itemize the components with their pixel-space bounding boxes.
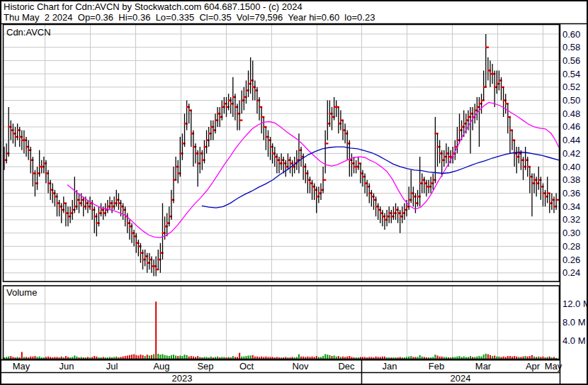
volume-bar bbox=[237, 357, 238, 359]
volume-bar bbox=[410, 356, 412, 359]
volume-bar bbox=[331, 356, 332, 359]
close-tick bbox=[485, 47, 489, 48]
volume-bar bbox=[87, 357, 89, 359]
volume-bar bbox=[223, 357, 225, 359]
volume-bar bbox=[408, 357, 409, 359]
volume-bar bbox=[529, 356, 531, 359]
volume-bar bbox=[318, 357, 320, 359]
month-label: Oct bbox=[239, 361, 254, 372]
volume-bar bbox=[32, 357, 33, 359]
volume-bar bbox=[533, 357, 535, 359]
volume-bar bbox=[307, 357, 308, 359]
volume-tick-label: 4.0 M bbox=[562, 335, 586, 346]
volume-bar bbox=[250, 355, 251, 359]
volume-bar bbox=[501, 357, 502, 359]
volume-bar bbox=[159, 355, 161, 359]
volume-bar bbox=[531, 355, 533, 359]
volume-bar bbox=[511, 357, 513, 359]
volume-bar bbox=[441, 357, 443, 359]
volume-bar bbox=[360, 357, 361, 359]
volume-bar bbox=[542, 357, 543, 359]
volume-bar bbox=[217, 357, 218, 359]
volume-bar bbox=[351, 357, 352, 359]
volume-bar bbox=[516, 357, 517, 359]
price-tick-label: 0.56 bbox=[562, 55, 580, 66]
volume-bar bbox=[454, 357, 456, 359]
volume-bar bbox=[175, 355, 176, 359]
price-tick-label: 0.52 bbox=[562, 82, 580, 92]
chart-title: Historic Chart for Cdn:AVCN by Stockwatc… bbox=[4, 1, 303, 12]
price-tick-label: 0.38 bbox=[562, 174, 580, 185]
volume-bar bbox=[456, 357, 458, 359]
volume-bar bbox=[149, 355, 150, 359]
volume-bar bbox=[171, 355, 172, 359]
volume-bar bbox=[123, 357, 124, 359]
volume-bar bbox=[382, 357, 383, 359]
volume-bar bbox=[527, 357, 528, 359]
volume-bar bbox=[81, 357, 82, 359]
volume-bar bbox=[263, 357, 264, 359]
volume-bar bbox=[490, 355, 491, 359]
close-tick bbox=[239, 119, 242, 121]
price-tick-label: 0.36 bbox=[562, 188, 580, 199]
volume-bar bbox=[320, 357, 322, 359]
volume-bar bbox=[380, 357, 381, 359]
volume-bar bbox=[324, 355, 326, 359]
volume-bar bbox=[248, 355, 249, 359]
volume-bar bbox=[349, 356, 350, 359]
volume-bar bbox=[193, 357, 194, 359]
month-label: Dec bbox=[338, 361, 355, 372]
price-tick-label: 0.40 bbox=[562, 162, 580, 172]
price-tick-label: 0.34 bbox=[562, 201, 580, 212]
volume-bar bbox=[39, 357, 40, 359]
volume-bar bbox=[472, 357, 473, 359]
volume-bar bbox=[424, 357, 425, 359]
volume-bar bbox=[329, 355, 330, 359]
volume-bar bbox=[461, 357, 463, 359]
volume-bar bbox=[8, 357, 9, 359]
ma-fast-line bbox=[67, 102, 559, 238]
volume-bar bbox=[243, 357, 244, 359]
month-label: Mar bbox=[475, 361, 492, 372]
month-label: Jul bbox=[106, 361, 118, 372]
price-tick-label: 0.30 bbox=[562, 228, 580, 238]
volume-bar bbox=[443, 357, 445, 359]
volume-bar bbox=[540, 357, 541, 359]
volume-bar bbox=[265, 357, 266, 359]
volume-bar bbox=[127, 355, 128, 359]
volume-bar bbox=[503, 357, 504, 359]
volume-bar bbox=[125, 356, 126, 359]
volume-bar bbox=[309, 357, 310, 359]
volume-bar bbox=[514, 356, 515, 359]
volume-bar bbox=[96, 357, 97, 359]
volume-bar bbox=[432, 357, 434, 359]
volume-bar bbox=[129, 355, 130, 359]
volume-bar bbox=[270, 357, 271, 359]
year-label: 2024 bbox=[451, 373, 471, 384]
volume-bar bbox=[547, 357, 548, 359]
volume-bar bbox=[378, 357, 379, 359]
volume-bar bbox=[498, 357, 499, 359]
volume-bar bbox=[267, 357, 268, 359]
volume-bar bbox=[245, 356, 247, 359]
price-tick-label: 0.48 bbox=[562, 108, 580, 119]
volume-bar bbox=[487, 355, 489, 359]
volume-bar bbox=[518, 357, 519, 359]
price-tick-label: 0.54 bbox=[562, 69, 580, 79]
volume-bar bbox=[26, 357, 27, 359]
volume-bar bbox=[61, 357, 62, 359]
volume-bar bbox=[523, 357, 524, 359]
volume-bar bbox=[468, 357, 469, 359]
volume-bar bbox=[232, 356, 234, 359]
volume-bar bbox=[169, 356, 170, 359]
volume-bar bbox=[142, 355, 144, 359]
volume-bar bbox=[181, 356, 183, 359]
volume-bar bbox=[465, 357, 467, 359]
chart-canvas: 0.600.580.560.540.520.500.480.460.440.42… bbox=[0, 0, 588, 385]
month-label: Nov bbox=[292, 361, 309, 372]
volume-bar bbox=[327, 355, 328, 359]
volume-bar bbox=[131, 355, 132, 359]
volume-bar bbox=[137, 355, 139, 359]
volume-bar bbox=[65, 356, 67, 359]
volume-bar bbox=[439, 357, 441, 359]
